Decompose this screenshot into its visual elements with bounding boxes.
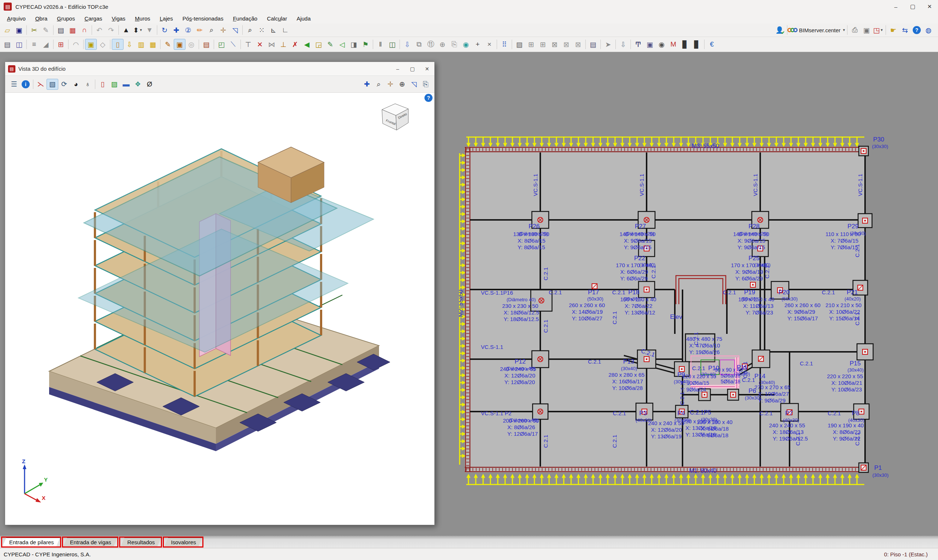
minimize-button[interactable]: – <box>887 0 904 13</box>
tab-entrada-de-pilares[interactable]: Entrada de pilares <box>2 538 61 547</box>
beam-left-icon[interactable]: ◀ <box>301 39 313 50</box>
send-window-icon[interactable]: ◹ <box>229 25 241 35</box>
axes-icon[interactable]: ⋋ <box>35 79 46 90</box>
hatch-cut-icon[interactable]: ⊠ <box>549 39 560 50</box>
undo-icon[interactable]: ↶ <box>94 25 105 35</box>
download-icon[interactable]: ⇩ <box>617 39 629 50</box>
pan-hand-icon[interactable]: ✛ <box>217 25 229 35</box>
dxf-layers-icon[interactable]: ▦ <box>67 25 78 35</box>
tab-entrada-de-vigas[interactable]: Entrada de vigas <box>63 538 118 547</box>
hatch-x-icon[interactable]: ⊠ <box>560 39 572 50</box>
zoom-window-icon[interactable]: ⌕ <box>373 79 384 90</box>
ortho-icon[interactable]: ⊾ <box>268 25 279 35</box>
group-fit-icon[interactable]: ⬍▼ <box>132 25 144 35</box>
zoom-extents-icon[interactable]: ✚ <box>361 79 373 90</box>
hatch-add2-icon[interactable]: ⊞ <box>537 39 549 50</box>
slab-copy-icon[interactable]: ⧉ <box>413 39 425 50</box>
slab-lock-icon[interactable]: ⎘ <box>448 39 460 50</box>
wall-new-icon[interactable]: ◰ <box>215 39 227 50</box>
orbit-axes-icon[interactable]: ♁ <box>82 79 94 90</box>
menu-pstensionadas[interactable]: Pós-tensionadas <box>178 14 228 23</box>
column-span-icon[interactable]: ▥ <box>135 39 147 50</box>
align-pair-icon[interactable]: ‖ <box>375 39 386 50</box>
book-icon[interactable]: ⎘ <box>420 79 431 90</box>
viewer3d-title-bar[interactable]: ▤ Vista 3D do edifício – ▢ ✕ <box>5 62 434 76</box>
layers-icon[interactable]: ☰ <box>8 79 20 90</box>
column-off-icon[interactable]: ◎ <box>186 39 197 50</box>
redo-icon[interactable]: ↷ <box>105 25 117 35</box>
beam-delete-icon[interactable]: ✕ <box>254 39 266 50</box>
hatch-x2-icon[interactable]: ⊠ <box>572 39 584 50</box>
m-rebar-icon[interactable]: M <box>667 39 679 50</box>
column-check-icon[interactable]: ▣ <box>174 39 186 50</box>
close-button[interactable]: ✕ <box>921 0 938 13</box>
slab-grow-icon[interactable]: ⊕ <box>437 39 448 50</box>
menu-cargas[interactable]: Cargas <box>80 14 107 23</box>
bimserver-label[interactable]: BIMserver.center <box>799 27 841 33</box>
zoom-extents-icon[interactable]: ✚ <box>171 25 182 35</box>
column-new-icon[interactable]: ▯ <box>112 39 123 50</box>
menu-fundao[interactable]: Fundação <box>228 14 262 23</box>
maximize-button[interactable]: ▢ <box>904 0 921 13</box>
beam-info-icon[interactable]: ◨ <box>348 39 360 50</box>
menu-muros[interactable]: Muros <box>130 14 155 23</box>
orbit-icon[interactable]: ⊕ <box>396 79 408 90</box>
section-red-icon[interactable]: ▯ <box>97 79 109 90</box>
dots-group-icon[interactable]: ⠿ <box>498 39 510 50</box>
viewer3d-viewport[interactable]: ? <box>5 93 434 525</box>
slab-tools-icon[interactable]: ⇩ <box>401 39 413 50</box>
snap-points-icon[interactable]: ⁙ <box>256 25 268 35</box>
section-green-icon[interactable]: ▨ <box>109 79 120 90</box>
orbit-sphere-icon[interactable]: ◕ <box>70 79 82 90</box>
hatch-add-icon[interactable]: ⊞ <box>525 39 537 50</box>
beam-raise-icon[interactable]: ⊥ <box>277 39 289 50</box>
grid-book-icon[interactable]: ▤ <box>587 39 599 50</box>
dxf-import-icon[interactable]: ▤ <box>55 25 67 35</box>
viewer3d-maximize-button[interactable]: ▢ <box>405 63 420 74</box>
menu-obra[interactable]: Obra <box>31 14 52 23</box>
section-blue-icon[interactable]: ▬ <box>120 79 132 90</box>
beam-edit-icon[interactable]: ✎ <box>324 39 336 50</box>
flame-icon[interactable]: ◠ <box>70 39 82 50</box>
floor-plan-canvas[interactable]: M3: 55x50M2: 55x50M1: 80x40P30(30x30)P1(… <box>459 132 906 493</box>
beam-flag-icon[interactable]: ⚑ <box>360 39 371 50</box>
euro-icon[interactable]: € <box>706 39 718 50</box>
slab-color-icon[interactable]: ◉ <box>460 39 472 50</box>
beam-hang-icon[interactable]: ⊤ <box>242 39 254 50</box>
beam-join-icon[interactable]: ⋈ <box>266 39 277 50</box>
cube-rotate-icon[interactable]: ⟳ <box>58 79 70 90</box>
group-up-icon[interactable]: ▲ <box>120 25 132 35</box>
measure-icon[interactable]: ∟ <box>279 25 291 35</box>
column-multi-icon[interactable]: ▦ <box>147 39 159 50</box>
viewer3d-close-button[interactable]: ✕ <box>420 63 434 74</box>
grid-marks-icon[interactable]: ⊞ <box>55 39 67 50</box>
zoom-x2-icon[interactable]: ② <box>182 25 194 35</box>
column-dark2-icon[interactable]: ▊ <box>691 39 703 50</box>
view-box-icon[interactable]: ▣ <box>644 39 656 50</box>
beam-find-icon[interactable]: ◲ <box>313 39 324 50</box>
ring-icon[interactable]: ◉ <box>656 39 667 50</box>
print-icon[interactable]: ⎙ <box>849 25 861 35</box>
menu-calcular[interactable]: Calcular <box>262 14 292 23</box>
tab-resultados[interactable]: Resultados <box>120 538 161 547</box>
tag-icon[interactable]: ◇ <box>97 39 109 50</box>
column-insert-icon[interactable]: ⇩ <box>123 39 135 50</box>
web-globe-icon[interactable]: ◍ <box>923 25 934 35</box>
plus-icon[interactable]: + <box>472 39 483 50</box>
slab-number-icon[interactable]: ⑪ <box>425 39 437 50</box>
help-icon[interactable]: ? <box>911 25 923 35</box>
bimserver-caret-icon[interactable]: ▼ <box>842 28 846 32</box>
menu-vigas[interactable]: Vigas <box>107 14 130 23</box>
redraw-icon[interactable]: ✏ <box>194 25 206 35</box>
column-dark1-icon[interactable]: ▊ <box>679 39 691 50</box>
tag-ab-icon[interactable]: ▣ <box>85 39 97 50</box>
share-folder-icon[interactable]: ⇆ <box>899 25 911 35</box>
layer-colors-icon[interactable]: ❖ <box>132 79 144 90</box>
hide-element-icon[interactable]: Ø <box>144 79 155 90</box>
send-window-icon[interactable]: ◹ <box>408 79 420 90</box>
hand-tools-icon[interactable]: ☛ <box>887 25 899 35</box>
beam-move-icon[interactable]: ◁ <box>336 39 348 50</box>
rotate-view-icon[interactable]: ↻ <box>159 25 171 35</box>
wall-slope-icon[interactable]: ⟍ <box>227 39 239 50</box>
close-x-icon[interactable]: × <box>483 39 495 50</box>
